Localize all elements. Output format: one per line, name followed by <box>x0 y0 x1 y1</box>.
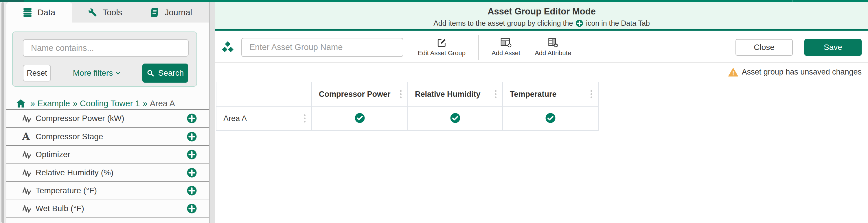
top-progress-strip <box>0 0 868 2</box>
table-header-row: Compressor Power Relative Humidity Tempe… <box>216 82 598 106</box>
column-menu-icon[interactable] <box>399 89 403 99</box>
subtitle-text: Add items to the asset group by clicking… <box>433 19 573 28</box>
banner-subtitle: Add items to the asset group by clicking… <box>433 19 650 28</box>
tab-label: Data <box>38 8 55 17</box>
more-filters-link[interactable]: More filters <box>73 69 120 78</box>
data-item-list: Compressor Power (kW) A Compressor Stage <box>6 109 209 218</box>
signal-icon <box>22 186 36 195</box>
item-label: Temperature (°F) <box>36 186 97 195</box>
add-to-group-button[interactable] <box>187 149 197 160</box>
progress-divider <box>793 0 793 2</box>
breadcrumb-separator: » <box>143 99 148 108</box>
asset-group-icon <box>220 40 235 54</box>
book-icon <box>150 8 159 17</box>
item-label: Optimizer <box>36 150 70 159</box>
edit-asset-group-label: Edit Asset Group <box>418 49 466 57</box>
reset-button[interactable]: Reset <box>23 65 51 81</box>
list-item: Wet Bulb (°F) <box>6 199 209 218</box>
check-cell[interactable] <box>503 106 598 131</box>
sidebar-tabstrip: Data Tools <box>6 2 209 23</box>
unsaved-changes-warning: Asset group has unsaved changes <box>728 68 862 77</box>
add-to-group-button[interactable] <box>187 113 197 124</box>
add-asset-button[interactable]: Add Asset <box>492 38 520 57</box>
breadcrumb-current: Area A <box>150 99 175 108</box>
search-panel: Reset More filters Search <box>12 32 197 87</box>
editor-toolbar: Edit Asset Group Add Asset <box>215 32 868 63</box>
row-name-cell: Area A <box>216 106 312 131</box>
breadcrumb-separator: » <box>73 99 78 108</box>
panel-splitter[interactable] <box>209 2 215 223</box>
save-button[interactable]: Save <box>804 39 862 56</box>
close-button[interactable]: Close <box>736 39 793 56</box>
add-attribute-icon <box>547 38 559 48</box>
add-to-group-button[interactable] <box>187 168 197 178</box>
add-asset-label: Add Asset <box>492 49 520 57</box>
check-cell[interactable] <box>408 106 503 131</box>
signal-icon <box>22 168 36 177</box>
column-menu-icon[interactable] <box>589 89 593 99</box>
tab-journal[interactable]: Journal <box>138 2 204 23</box>
tab-label: Tools <box>103 8 122 17</box>
search-button-label: Search <box>158 69 184 78</box>
string-signal-icon: A <box>22 132 36 141</box>
list-item: Temperature (°F) <box>6 181 209 199</box>
edit-asset-group-button[interactable]: Edit Asset Group <box>418 38 466 57</box>
column-header: Temperature <box>503 82 598 106</box>
subtitle-text: icon in the Data Tab <box>586 19 650 28</box>
breadcrumb-separator: » <box>30 99 35 108</box>
page-title: Asset Group Editor Mode <box>488 6 596 17</box>
seeq-workbench: Data Tools <box>0 0 868 223</box>
search-input[interactable] <box>23 39 189 57</box>
column-header: Relative Humidity <box>408 82 503 106</box>
add-attribute-button[interactable]: Add Attribute <box>535 38 571 57</box>
check-cell[interactable] <box>312 106 408 131</box>
item-label: Compressor Power (kW) <box>36 114 124 123</box>
breadcrumb: » Example » Cooling Tower 1 » Area A <box>16 98 175 109</box>
column-header-label: Temperature <box>510 90 557 99</box>
signal-icon <box>22 114 36 123</box>
corner-header-cell <box>216 82 312 106</box>
item-label: Relative Humidity (%) <box>36 168 114 177</box>
column-menu-icon[interactable] <box>494 89 498 99</box>
column-header: Compressor Power <box>312 82 408 106</box>
progress-segment <box>0 0 24 2</box>
data-sidebar: Data Tools <box>0 2 209 223</box>
database-icon <box>23 8 32 17</box>
search-icon <box>147 69 154 77</box>
signal-icon <box>22 204 36 213</box>
wrench-icon <box>88 8 97 17</box>
row-name-label: Area A <box>223 114 247 123</box>
item-label: Compressor Stage <box>36 132 103 141</box>
tab-data[interactable]: Data <box>6 2 72 23</box>
scrollbar-thumb[interactable] <box>1 2 4 223</box>
column-header-label: Compressor Power <box>319 90 391 99</box>
editor-banner: Asset Group Editor Mode Add items to the… <box>215 2 868 31</box>
add-to-group-button[interactable] <box>187 132 197 142</box>
asset-group-editor: Asset Group Editor Mode Add items to the… <box>215 2 868 223</box>
check-icon <box>545 113 556 123</box>
tab-tools[interactable]: Tools <box>72 2 138 23</box>
list-item: Optimizer <box>6 145 209 163</box>
check-icon <box>450 113 461 123</box>
list-item: Relative Humidity (%) <box>6 163 209 182</box>
home-icon[interactable] <box>16 99 26 108</box>
table-row: Area A <box>216 106 598 131</box>
check-icon <box>354 113 365 123</box>
asset-group-name-input[interactable] <box>241 38 403 57</box>
breadcrumb-link-cooling-tower-1[interactable]: Cooling Tower 1 <box>80 99 140 108</box>
chevron-down-icon <box>116 72 120 75</box>
add-to-group-button[interactable] <box>187 185 197 196</box>
column-header-label: Relative Humidity <box>415 90 480 99</box>
list-item: Compressor Power (kW) <box>6 109 209 127</box>
breadcrumb-link-example[interactable]: Example <box>37 99 70 108</box>
row-menu-icon[interactable] <box>303 113 307 124</box>
plus-circle-icon <box>576 20 583 27</box>
search-button[interactable]: Search <box>142 64 188 83</box>
sidebar-scrollbar[interactable] <box>0 2 6 223</box>
edit-icon <box>437 38 447 48</box>
tab-label: Journal <box>165 8 192 17</box>
add-attribute-label: Add Attribute <box>535 49 571 57</box>
more-filters-label: More filters <box>73 69 113 78</box>
add-to-group-button[interactable] <box>187 203 197 214</box>
signal-icon <box>22 150 36 159</box>
